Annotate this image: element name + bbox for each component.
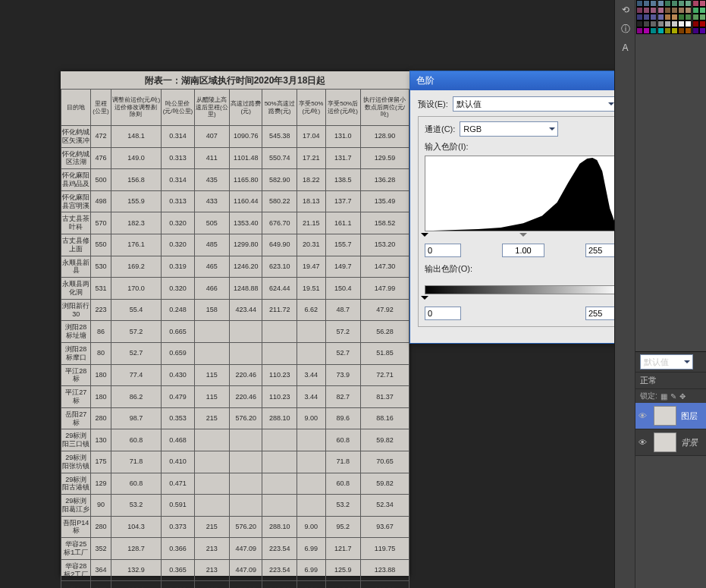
midtone-handle[interactable] [519, 233, 527, 241]
black-point-handle[interactable] [421, 233, 428, 241]
swatch[interactable] [678, 20, 685, 27]
table-cell: 215 [194, 516, 230, 538]
visibility-icon[interactable]: 👁 [639, 411, 649, 420]
output-black-field[interactable] [425, 307, 461, 320]
swatch[interactable] [685, 7, 692, 14]
swatch[interactable] [671, 14, 678, 20]
swatch[interactable] [643, 7, 650, 14]
table-cell: 18.13 [297, 190, 326, 212]
table-cell [297, 473, 326, 495]
layer-thumbnail[interactable] [654, 432, 676, 452]
input-black-field[interactable] [425, 244, 461, 257]
swatch[interactable] [671, 27, 678, 34]
table-header: 执行运价保留小数点后两位(元/吨) [360, 90, 409, 126]
swatch[interactable] [657, 7, 664, 14]
out-black-handle[interactable] [421, 296, 428, 303]
swatch[interactable] [650, 27, 657, 34]
table-cell: 0.333 [162, 581, 194, 588]
blend-mode-dropdown[interactable]: 正常 [640, 375, 657, 386]
swatch[interactable] [685, 27, 692, 34]
table-cell: 安化 [61, 581, 91, 588]
document-image[interactable]: 附表一：湖南区域执行时间2020年3月18日起 目的地里程(公里)调整前运价(元… [61, 71, 409, 576]
swatch[interactable] [664, 7, 671, 14]
swatch[interactable] [643, 20, 650, 27]
swatch[interactable] [692, 20, 699, 27]
swatch[interactable] [650, 7, 657, 14]
lock-move-icon[interactable]: ✥ [679, 392, 686, 401]
swatch[interactable] [664, 14, 671, 20]
layer-thumbnail[interactable] [654, 406, 676, 426]
swatch[interactable] [671, 0, 678, 7]
table-cell: 52.34 [360, 495, 409, 517]
lock-pixels-icon[interactable]: ▦ [661, 392, 667, 401]
swatch[interactable] [685, 0, 692, 7]
swatch[interactable] [699, 14, 706, 20]
swatch[interactable] [678, 27, 685, 34]
table-cell: 147.30 [360, 256, 409, 278]
layer-name[interactable]: 背景 [681, 437, 698, 448]
swatch[interactable] [650, 20, 657, 27]
swatch[interactable] [650, 14, 657, 20]
swatch[interactable] [678, 14, 685, 20]
history-icon[interactable]: ⟲ [616, 1, 635, 19]
char-icon[interactable]: A [616, 39, 635, 57]
swatch[interactable] [643, 14, 650, 20]
swatch[interactable] [671, 7, 678, 14]
table-cell: 浏阳新行30 [61, 299, 91, 321]
swatch[interactable] [643, 27, 650, 34]
table-cell: 0.410 [162, 451, 194, 473]
swatch[interactable] [636, 14, 643, 20]
swatch[interactable] [657, 20, 664, 27]
input-slider[interactable] [425, 233, 622, 241]
swatch[interactable] [650, 0, 657, 7]
swatch[interactable] [699, 0, 706, 7]
layer-item[interactable]: 👁 图层 [635, 403, 706, 429]
swatch[interactable] [664, 27, 671, 34]
lock-brush-icon[interactable]: ✎ [670, 392, 676, 401]
table-cell: 110.23 [262, 386, 297, 408]
swatch[interactable] [657, 14, 664, 20]
swatch[interactable] [671, 20, 678, 27]
table-row: 29标浏阳三口镇13060.80.46860.859.82 [61, 429, 409, 451]
swatch[interactable] [664, 20, 671, 27]
table-row: 永顺县两化洞531170.00.3204661248.88624.4419.51… [61, 278, 409, 300]
layer-item[interactable]: 👁 背景 [635, 429, 706, 456]
table-cell: 352 [91, 538, 111, 560]
swatch[interactable] [636, 0, 643, 7]
table-cell: 19.51 [297, 278, 326, 300]
table-cell [262, 342, 297, 364]
swatch[interactable] [685, 14, 692, 20]
preset-dropdown[interactable]: 默认值 [453, 96, 617, 112]
channel-label: 通道(C): [425, 124, 455, 135]
swatch[interactable] [699, 7, 706, 14]
swatch[interactable] [657, 0, 664, 7]
swatch[interactable] [692, 0, 699, 7]
visibility-icon[interactable]: 👁 [639, 438, 649, 447]
input-levels-label: 输入色阶(I): [425, 141, 630, 153]
table-cell: 115 [194, 386, 230, 408]
swatch[interactable] [692, 27, 699, 34]
info-icon[interactable]: ⓘ [616, 20, 635, 38]
swatch[interactable] [699, 27, 706, 34]
swatch[interactable] [678, 0, 685, 7]
table-cell: 485.55 [230, 581, 262, 588]
swatch[interactable] [692, 7, 699, 14]
channel-dropdown[interactable]: RGB [460, 121, 558, 137]
table-cell: 0.591 [162, 495, 194, 517]
swatch[interactable] [636, 7, 643, 14]
swatch[interactable] [636, 20, 643, 27]
layer-name[interactable]: 图层 [681, 410, 698, 422]
table-cell: 29标浏阳葛江乡 [61, 495, 91, 517]
swatch[interactable] [692, 14, 699, 20]
input-gamma-field[interactable] [502, 244, 544, 257]
swatch[interactable] [643, 0, 650, 7]
swatch[interactable] [636, 27, 643, 34]
output-slider[interactable] [425, 296, 622, 303]
swatch[interactable] [664, 0, 671, 7]
swatch[interactable] [699, 20, 706, 27]
adjust-dropdown[interactable]: 默认值 [640, 354, 693, 369]
swatch[interactable] [657, 27, 664, 34]
swatch[interactable] [678, 7, 685, 14]
table-cell: 60.8 [325, 429, 360, 451]
swatch[interactable] [685, 20, 692, 27]
